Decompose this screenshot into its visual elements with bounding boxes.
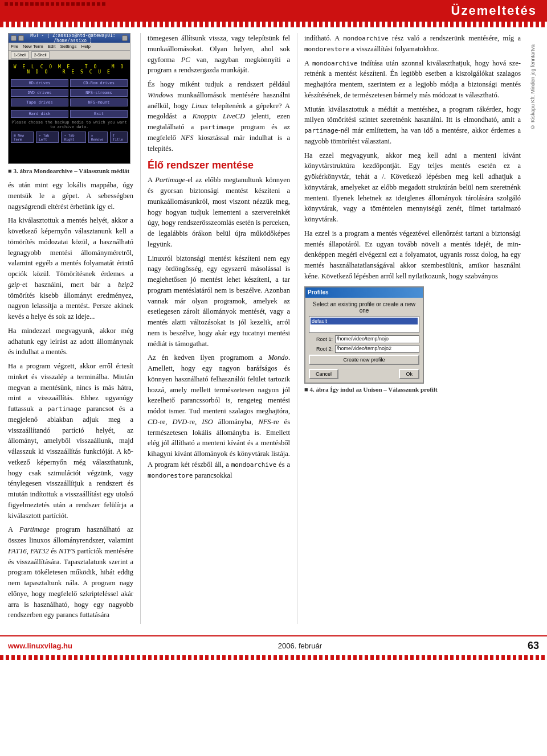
profiles-create-btn[interactable]: Create new profile xyxy=(309,355,419,365)
col-right-p1: indítható. A mondoarchive rész való a re… xyxy=(304,33,521,55)
col-right-p2: A mondoarchive indítása után azon­nal ki… xyxy=(304,58,521,101)
col-mid-p3: A Partimage-el az előbb megtanultunk kön… xyxy=(148,175,290,249)
rescue-btn-hd[interactable]: HD-drives xyxy=(11,79,68,87)
profiles-cancel-btn[interactable]: Cancel xyxy=(309,369,338,379)
col-left-text: és után mint egy lokális mappába, úgy me… xyxy=(8,180,133,621)
rescue-action-title[interactable]: T Title xyxy=(110,132,128,143)
rescue-btn-exit[interactable]: Exit xyxy=(70,110,128,118)
menu-newterm[interactable]: New Term xyxy=(23,44,43,49)
profiles-label: Select an existing profile or create a n… xyxy=(309,301,419,314)
rescue-action-newterm[interactable]: ⊞ New Term xyxy=(11,132,34,143)
sidebar-copyright: © Kiskapu Kft. Minden jog fenntartva xyxy=(526,33,539,624)
section-heading-elo: Élő rendszer mentése xyxy=(148,159,290,171)
profiles-field1-value: /home/video/temp/nojo xyxy=(337,336,389,342)
toolbar-2shell[interactable]: 2-Shell xyxy=(31,51,50,59)
page-title: Üzemeltetés xyxy=(451,3,537,18)
rescue-btn-nfs-mount[interactable]: NFS-mount xyxy=(70,98,128,106)
rescue-action-tabright[interactable]: → Tab Right xyxy=(61,132,85,143)
profiles-field2-value: /home/video/temp/nojo2 xyxy=(337,346,391,351)
win-min-btn[interactable] xyxy=(18,35,24,41)
win-close-btn[interactable] xyxy=(11,35,17,41)
col-mid-p2: És hogy miként tudjuk a rendszert példáu… xyxy=(148,79,290,154)
col-middle-text-top: tömegesen állítsunk vissza, vagy telepít… xyxy=(148,33,290,154)
page-header: Üzemeltetés xyxy=(0,0,547,22)
rescue-btn-dvd[interactable]: DVD drives xyxy=(11,89,68,97)
rescue-btn-harddisk[interactable]: Hard disk xyxy=(11,110,68,118)
profiles-titlebar: Profiles xyxy=(305,287,423,298)
menu-settings[interactable]: Settings xyxy=(60,44,77,49)
screenshot-toolbar: 1-Shell 2-Shell xyxy=(9,51,130,60)
col-right-p4: Ha ezzel megvagyunk, akkor meg kell adni… xyxy=(304,150,521,225)
rescue-title: W E L C O M E T O M O N D O R E S C U E xyxy=(11,64,128,75)
profiles-listbox[interactable]: default xyxy=(309,316,419,333)
menu-edit[interactable]: Edit xyxy=(48,44,56,49)
rescue-actions-row: ⊞ New Term ← Tab Left → Tab Right ✕ Remo… xyxy=(11,132,128,143)
col-right-p5: Ha ezzel is a program a mentés végeztéve… xyxy=(304,228,521,282)
profiles-dialog: Profiles Select an existing profile or c… xyxy=(304,286,424,384)
rescue-action-tableft[interactable]: ← Tab Left xyxy=(36,132,59,143)
col-left-p1: és után mint egy lokális mappába, úgy me… xyxy=(8,180,133,212)
header-dots-strip xyxy=(0,22,547,27)
col-right-p3: Miután kiválasztottuk a médiát a mentésh… xyxy=(304,104,521,147)
col-sep-2 xyxy=(297,33,297,624)
toolbar-1shell[interactable]: 1-Shell xyxy=(11,51,29,59)
col-left-p4: Ha a program végzett, akkor erről ér­tes… xyxy=(8,361,133,521)
header-dots xyxy=(0,2,105,6)
menu-file[interactable]: File xyxy=(11,44,18,49)
profiles-field1-input[interactable]: /home/video/temp/nojo xyxy=(335,335,419,343)
win-max-btn[interactable] xyxy=(122,35,128,41)
rescue-bottom-row: Hard disk Exit xyxy=(11,110,128,118)
profiles-ok-btn[interactable]: Ok xyxy=(399,369,419,379)
copyright-text: © Kiskapu Kft. Minden jog fenntartva xyxy=(530,44,536,130)
footer-date: 2006. február xyxy=(278,642,322,650)
main-content: MGT - [ Z:assixo@htd-gateway01: /home/as… xyxy=(0,27,547,630)
rescue-btn-cdrom[interactable]: CD-Rom drives xyxy=(70,79,128,87)
footer-dots-strip xyxy=(0,655,547,660)
profiles-listitem-default[interactable]: default xyxy=(311,318,418,324)
figure2-caption: ■ 4. ábra Így indul az Unison – Válasszu… xyxy=(304,386,521,393)
profiles-field1-label: Root 1: xyxy=(309,336,333,342)
column-middle: tömegesen állítsunk vissza, vagy telepít… xyxy=(148,33,290,624)
rescue-buttons-grid: HD-drives CD-Rom drives DVD drives NFS-s… xyxy=(11,79,128,106)
screenshot-mondoarchive: MGT - [ Z:assixo@htd-gateway01: /home/as… xyxy=(8,33,130,164)
profiles-title: Profiles xyxy=(308,289,329,295)
footer-page: 63 xyxy=(528,640,539,652)
col-sep-1 xyxy=(140,33,141,624)
screenshot-body: W E L C O M E T O M O N D O R E S C U E … xyxy=(9,60,130,163)
rescue-btn-nfs-streams[interactable]: NFS-streams xyxy=(70,89,128,97)
col-left-p2: Ha kiválasztottuk a mentés helyét, akkor… xyxy=(8,215,133,322)
profiles-body: Select an existing profile or create a n… xyxy=(305,298,423,383)
col-right-text: indítható. A mondoarchive rész való a re… xyxy=(304,33,521,282)
rescue-status-text: Please choose the backup media to which … xyxy=(11,120,128,129)
col-mid-p4: Linuxról biztonsági mentést készíteni ne… xyxy=(148,253,290,350)
screenshot-menubar: File New Term Edit Settings Help xyxy=(9,43,130,51)
profiles-field-row-2: Root 2: /home/video/temp/nojo2 xyxy=(309,345,419,353)
profiles-field2-label: Root 2: xyxy=(309,346,333,352)
col-middle-text-bottom: A Partimage-el az előbb megtanultunk kön… xyxy=(148,175,290,480)
page-footer: www.linuxvilag.hu 2006. február 63 xyxy=(0,635,547,655)
col-mid-p1: tömegesen állítsunk vissza, vagy telepít… xyxy=(148,33,290,76)
profiles-field-row-1: Root 1: /home/video/temp/nojo xyxy=(309,335,419,343)
screenshot-titlebar: MGT - [ Z:assixo@htd-gateway01: /home/as… xyxy=(9,34,130,43)
figure1-caption: ■ 3. ábra Mondoarchive – Válasszunk médi… xyxy=(8,167,133,174)
profiles-btn-row: Cancel Ok xyxy=(309,369,419,379)
footer-url[interactable]: www.linuxvilag.hu xyxy=(8,642,72,650)
col-left-p5: A Partimage program használható az össze… xyxy=(8,524,133,621)
screenshot-title-text: MGT - [ Z:assixo@htd-gateway01: /home/as… xyxy=(26,33,120,43)
menu-help[interactable]: Help xyxy=(81,44,90,49)
column-left: MGT - [ Z:assixo@htd-gateway01: /home/as… xyxy=(8,33,133,624)
rescue-btn-tape[interactable]: Tape drives xyxy=(11,98,68,106)
col-left-p3: Ha mindezzel megvagyunk, akkor még adhat… xyxy=(8,326,133,358)
col-mid-p5: Az én kedven ilyen programom a Mondo. Am… xyxy=(148,352,290,480)
profiles-field2-input[interactable]: /home/video/temp/nojo2 xyxy=(335,345,419,353)
column-right: indítható. A mondoarchive rész való a re… xyxy=(304,33,521,624)
rescue-action-remove[interactable]: ✕ Remove xyxy=(88,132,108,143)
